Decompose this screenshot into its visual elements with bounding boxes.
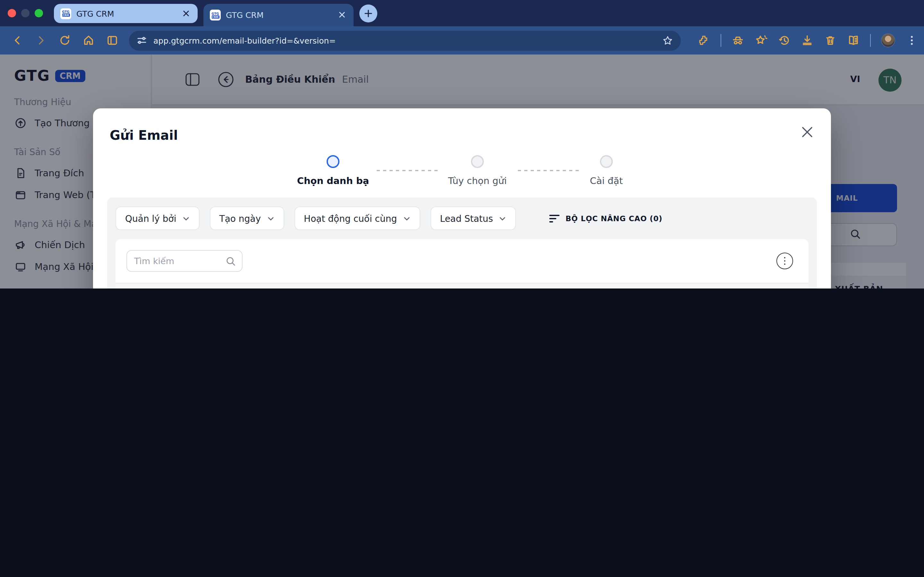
toolbar-separator — [720, 34, 721, 47]
site-favicon: GTG CRM — [60, 8, 71, 19]
filter-label: Tạo ngày — [220, 213, 261, 223]
tab-close-icon[interactable] — [181, 9, 191, 18]
favicon-text: GTG — [212, 12, 219, 15]
step-dot — [471, 155, 484, 168]
app-window: GTG CRM Thương Hiệu Tạo Thương H Tài Sản… — [0, 55, 924, 288]
history-icon[interactable] — [778, 34, 790, 47]
chevron-down-icon — [499, 214, 507, 222]
step-chon-danh-ba[interactable]: Chọn danh bạ — [282, 155, 384, 186]
advanced-filter-label: BỘ LỌC NÂNG CAO (0) — [565, 214, 662, 223]
filter-funnel-icon — [549, 213, 560, 224]
modal-title: Gửi Email — [110, 127, 178, 143]
tab-title: GTG CRM — [76, 9, 181, 18]
filter-label: Hoạt động cuối cùng — [304, 213, 397, 223]
site-favicon: GTG CRM — [210, 10, 221, 21]
search-input[interactable] — [134, 251, 224, 271]
browser-tab-2[interactable]: GTG CRM GTG CRM — [204, 4, 354, 26]
browser-tab-strip: GTG CRM GTG CRM GTG CRM GTG CRM — [0, 0, 924, 26]
filter-tao-ngay[interactable]: Tạo ngày — [210, 206, 284, 230]
url-text: app.gtgcrm.com/email-builder?id=&version… — [153, 35, 662, 45]
favicon-badge: CRM — [212, 15, 219, 18]
table-options-icon[interactable] — [776, 253, 793, 269]
close-icon[interactable] — [800, 125, 814, 139]
reading-list-icon[interactable] — [847, 34, 860, 47]
filter-label: Lead Status — [440, 213, 493, 223]
contact-search[interactable] — [126, 250, 242, 272]
extensions-icon[interactable] — [698, 34, 710, 47]
filter-row: Quản lý bởi Tạo ngày Hoạt động cuối cùng… — [115, 206, 809, 230]
site-settings-icon[interactable] — [137, 35, 147, 45]
step-label: Tùy chọn gửi — [426, 176, 529, 186]
step-label: Cài đặt — [555, 176, 658, 186]
step-cai-dat[interactable]: Cài đặt — [555, 155, 658, 186]
tab-title: GTG CRM — [226, 10, 337, 20]
tab-close-icon[interactable] — [337, 10, 347, 20]
chevron-down-icon — [403, 214, 410, 222]
home-icon[interactable] — [82, 34, 95, 47]
forward-icon[interactable] — [35, 34, 47, 47]
chevron-down-icon — [267, 214, 274, 222]
send-email-modal: Gửi Email Chọn danh bạ Tùy chọn gửi Cài … — [93, 108, 831, 288]
filter-lead-status[interactable]: Lead Status — [430, 206, 516, 230]
search-icon — [225, 256, 236, 267]
step-tuy-chon-gui[interactable]: Tùy chọn gửi — [426, 155, 529, 186]
filter-label: Quản lý bởi — [125, 213, 176, 223]
step-label: Chọn danh bạ — [282, 176, 384, 186]
contacts-card: TÊN QUỐC GIA ĐỊA CHỈ EMAIL — [115, 239, 809, 288]
toolbar-separator — [870, 34, 871, 47]
side-panel-icon[interactable] — [106, 34, 119, 47]
url-bar[interactable]: app.gtgcrm.com/email-builder?id=&version… — [129, 31, 681, 50]
browser-menu-icon[interactable] — [905, 34, 918, 47]
new-tab-button[interactable] — [359, 5, 377, 23]
step-dot — [600, 155, 613, 168]
downloads-icon[interactable] — [801, 34, 814, 47]
filter-quan-ly-boi[interactable]: Quản lý bởi — [115, 206, 200, 230]
chevron-down-icon — [182, 214, 190, 222]
browser-profile-avatar[interactable] — [881, 33, 895, 47]
table-header: TÊN QUỐC GIA ĐỊA CHỈ EMAIL — [115, 283, 809, 288]
modal-body: Quản lý bởi Tạo ngày Hoạt động cuối cùng… — [107, 197, 817, 288]
window-close-button[interactable] — [8, 9, 16, 17]
advanced-filter-button[interactable]: BỘ LỌC NÂNG CAO (0) — [549, 213, 662, 224]
incognito-icon[interactable] — [732, 34, 744, 47]
back-icon[interactable] — [11, 34, 24, 47]
browser-toolbar: app.gtgcrm.com/email-builder?id=&version… — [0, 26, 924, 55]
toolbar-right-icons — [688, 33, 918, 47]
trash-icon[interactable] — [824, 34, 837, 47]
bookmark-star-icon[interactable] — [662, 35, 673, 46]
reload-icon[interactable] — [58, 34, 71, 47]
browser-tab-1[interactable]: GTG CRM GTG CRM — [54, 4, 198, 23]
favicon-text: GTG — [62, 10, 69, 13]
window-zoom-button[interactable] — [35, 9, 43, 17]
favicon-badge: CRM — [62, 13, 69, 17]
window-minimize-button[interactable] — [21, 9, 29, 17]
favorites-star-icon[interactable] — [754, 34, 767, 47]
screen: GTG CRM GTG CRM GTG CRM GTG CRM — [0, 0, 924, 288]
step-dot — [326, 155, 339, 168]
filter-hoat-dong-cuoi-cung[interactable]: Hoạt động cuối cùng — [294, 206, 420, 230]
